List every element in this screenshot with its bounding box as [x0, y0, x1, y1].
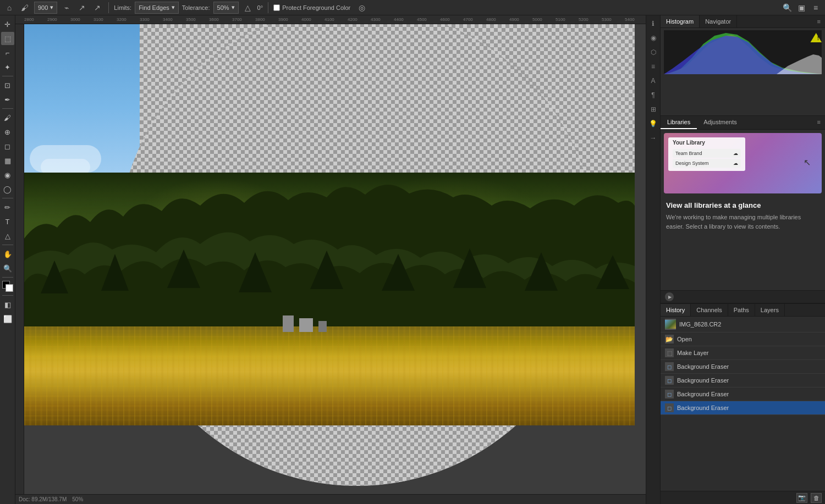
tab-navigator[interactable]: Navigator	[700, 15, 737, 27]
protect-row: Protect Foreground Color	[273, 4, 350, 11]
history-thumb-img	[665, 320, 676, 329]
select-tool[interactable]: ⬚	[1, 32, 14, 45]
angle-icon[interactable]: △	[242, 2, 254, 14]
play-button[interactable]: ▶	[665, 292, 674, 301]
color-picker-icon[interactable]: ◎	[356, 2, 368, 14]
trash-btn[interactable]: 🗑	[811, 493, 822, 503]
library-item-teambrand[interactable]: Team Brand ☁	[673, 149, 741, 158]
library-info: View all libraries at a glance We're wor…	[661, 197, 825, 290]
more-icon[interactable]: ≡	[810, 2, 822, 14]
tool-sep4	[2, 245, 13, 245]
tab-histogram[interactable]: Histogram	[661, 15, 700, 27]
brush-option3-icon[interactable]: ↗	[91, 2, 103, 14]
ruler-mark: 4600	[440, 17, 463, 22]
screen-mode-tool[interactable]: ⬜	[1, 312, 14, 325]
new-snapshot-btn[interactable]: 📷	[796, 493, 807, 503]
ruler-mark: 2900	[47, 17, 70, 22]
play-row: ▶	[661, 290, 825, 303]
char-icon[interactable]: A	[647, 75, 659, 87]
props-icon[interactable]: ⊞	[647, 103, 659, 115]
color-icon[interactable]: ◉	[647, 32, 659, 44]
eyedropper-tool[interactable]: ✒	[1, 93, 14, 106]
protect-checkbox[interactable]	[273, 4, 280, 11]
history-label-3: Background Eraser	[677, 363, 729, 370]
panel-bottom-bar: 📷 🗑	[661, 491, 825, 504]
libraries-tabs: Libraries Adjustments ≡	[661, 116, 825, 130]
history-item-6[interactable]: ◻ Background Eraser	[661, 401, 825, 415]
limits-dropdown[interactable]: Find Edges ▾	[135, 2, 179, 14]
lib-options-icon[interactable]: ≡	[813, 116, 825, 129]
far-right-bar: ℹ ◉ ⬡ ≡ A ¶ ⊞ 💡 →	[646, 15, 660, 504]
dodge-tool[interactable]: ◯	[1, 182, 14, 196]
lasso-tool[interactable]: ⌐	[1, 46, 14, 59]
history-label-6: Background Eraser	[677, 405, 729, 411]
brush-size-dropdown[interactable]: 900 ▾	[34, 2, 57, 14]
status-zoom: 50%	[72, 496, 83, 502]
history-label-1: Open	[677, 336, 692, 342]
tab-history[interactable]: History	[661, 304, 691, 316]
history-thumb-0	[665, 319, 676, 330]
clone-tool[interactable]: ⊕	[1, 125, 14, 139]
tab-paths[interactable]: Paths	[728, 304, 755, 316]
canvas-area: 2800 2900 3000 3100 3200 3300 3400 3500 …	[15, 15, 646, 504]
library-item-designsystem[interactable]: Design System ☁	[673, 159, 741, 168]
top-toolbar: ⌂ 🖌 900 ▾ ⌁ ↗ ↗ Limits: Find Edges ▾ Tol…	[0, 0, 825, 15]
canvas-viewport[interactable]	[24, 24, 646, 494]
arrow-icon[interactable]: →	[647, 132, 659, 144]
search-icon[interactable]: 🔍	[781, 2, 793, 14]
tab-libraries[interactable]: Libraries	[661, 116, 697, 129]
tool-sep6	[2, 295, 13, 296]
history-item-0[interactable]: IMG_8628.CR2	[661, 317, 825, 333]
history-item-4[interactable]: ◻ Background Eraser	[661, 374, 825, 387]
gradient-tool[interactable]: ▦	[1, 154, 14, 167]
ruler-mark: 5100	[556, 17, 579, 22]
hand-tool[interactable]: ✋	[1, 247, 14, 261]
canvas-with-ruler	[15, 24, 646, 494]
zoom-tool[interactable]: 🔍	[1, 262, 14, 275]
history-item-2[interactable]: ⬚ Make Layer	[661, 346, 825, 360]
ruler-mark: 4800	[486, 17, 509, 22]
tab-adjustments[interactable]: Adjustments	[697, 116, 744, 129]
move-tool[interactable]: ✛	[1, 18, 14, 31]
eraser-tool[interactable]: ◻	[1, 140, 14, 153]
ruler-mark: 4400	[394, 17, 417, 22]
brush-tool[interactable]: 🖌	[1, 111, 14, 124]
photo-scene	[24, 24, 635, 425]
brush-tool-icon[interactable]: 🖌	[19, 2, 31, 14]
3d-icon[interactable]: ⬡	[647, 46, 659, 58]
tolerance-dropdown[interactable]: 50% ▾	[213, 2, 239, 14]
pen-tool[interactable]: ✏	[1, 201, 14, 214]
brush-option2-icon[interactable]: ↗	[76, 2, 88, 14]
library-body: We're working to make managing multiple …	[666, 213, 820, 231]
tool-sep3	[2, 198, 13, 198]
home-icon[interactable]: ⌂	[3, 2, 15, 14]
para-icon[interactable]: ¶	[647, 89, 659, 101]
shape-tool[interactable]: △	[1, 229, 14, 242]
ruler-vertical	[15, 24, 24, 494]
history-eraser-icon-4: ◻	[665, 376, 674, 385]
panel-options-icon[interactable]: ≡	[813, 15, 825, 27]
layers-icon[interactable]: ≡	[647, 60, 659, 73]
ruler-mark: 2800	[24, 17, 47, 22]
tab-channels[interactable]: Channels	[691, 304, 728, 316]
history-item-1[interactable]: 📂 Open	[661, 333, 825, 346]
magic-wand-tool[interactable]: ✦	[1, 60, 14, 74]
left-toolbar: ✛ ⬚ ⌐ ✦ ⊡ ✒ 🖌 ⊕ ◻ ▦ ◉ ◯ ✏ T △ ✋ 🔍 ◧ ⬜	[0, 15, 15, 504]
blur-tool[interactable]: ◉	[1, 168, 14, 181]
quick-mask-tool[interactable]: ◧	[1, 298, 14, 311]
tab-layers[interactable]: Layers	[755, 304, 785, 316]
background-swatch[interactable]	[6, 284, 13, 292]
light-icon[interactable]: 💡	[647, 118, 659, 130]
info-icon[interactable]: ℹ	[647, 18, 659, 30]
brush-option1-icon[interactable]: ⌁	[61, 2, 73, 14]
history-item-3[interactable]: ◻ Background Eraser	[661, 360, 825, 374]
color-swatches[interactable]	[2, 281, 13, 292]
history-open-icon: 📂	[665, 335, 674, 344]
history-label-5: Background Eraser	[677, 391, 729, 397]
workspace-icon[interactable]: ▣	[795, 2, 807, 14]
crop-tool[interactable]: ⊡	[1, 79, 14, 92]
history-eraser-icon-3: ◻	[665, 362, 674, 371]
text-tool[interactable]: T	[1, 215, 14, 228]
histogram-svg: !	[664, 30, 822, 74]
history-item-5[interactable]: ◻ Background Eraser	[661, 387, 825, 401]
